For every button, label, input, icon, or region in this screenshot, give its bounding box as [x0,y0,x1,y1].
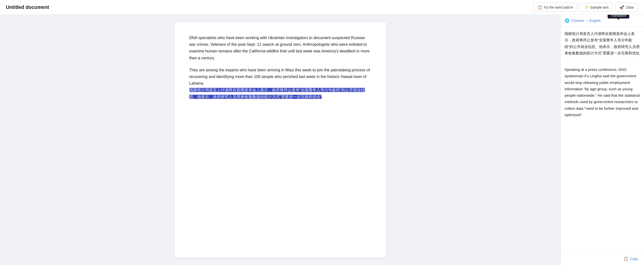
globe-icon: 🌐 [564,18,570,23]
paragraph-1-text: DNA specialists who have been working wi… [189,36,370,60]
sample-text-icon: ✨ [584,5,589,10]
translation-panel: Translation 🌐 Chinese → English 国家统计局发言人… [560,15,644,265]
translation-tooltip: Translation [608,15,629,19]
main-layout: DNA specialists who have been working wi… [0,15,644,265]
clear-label: Clear [626,6,634,9]
word-addin-label: Try the word add-in [544,6,573,9]
word-addin-icon: 📋 [537,5,542,10]
header-actions: 📋 Try the word add-in ✨ Sample text 🚀 Cl… [533,3,638,12]
copy-button[interactable]: 📋 Copy [622,255,640,262]
translation-direction: Chinese → English [572,19,601,23]
highlighted-chinese-text: 国家统计局发言人付凌晖在新闻发布会上表示，政府将停止发布“全国青年人等分年龄段”… [189,88,365,99]
sample-text-label: Sample text [590,6,608,9]
document-area: DNA specialists who have been working wi… [0,15,560,265]
sample-text-button[interactable]: ✨ Sample text [580,3,613,12]
clear-icon: 🚀 [620,5,624,10]
translated-text: Speaking at a press conference, NSO spok… [564,66,640,118]
translation-body: 国家统计局发言人付凌晖在新闻发布会上表示，政府将停止发布“全国青年人等分年龄段”… [561,27,644,252]
copy-label: Copy [630,257,638,261]
paragraph-1: DNA specialists who have been working wi… [189,35,371,61]
word-addin-button[interactable]: 📋 Try the word add-in [533,3,577,12]
translation-header: 🌐 Chinese → English [561,15,644,27]
copy-icon: 📋 [624,256,628,261]
paragraph-2: They are among the experts who have been… [189,67,371,100]
document-paper[interactable]: DNA specialists who have been working wi… [174,22,386,258]
clear-button[interactable]: 🚀 Clear [615,3,638,12]
translation-footer: 📋 Copy [561,252,644,265]
document-title: Untitled document [6,5,49,10]
paragraph-2-before: They are among the experts who have been… [189,68,370,85]
source-text: 国家统计局发言人付凌晖在新闻发布会上表示，政府将停止发布“全国青年人等分年龄段”… [564,31,640,62]
app-header: Untitled document 📋 Try the word add-in … [0,0,644,15]
